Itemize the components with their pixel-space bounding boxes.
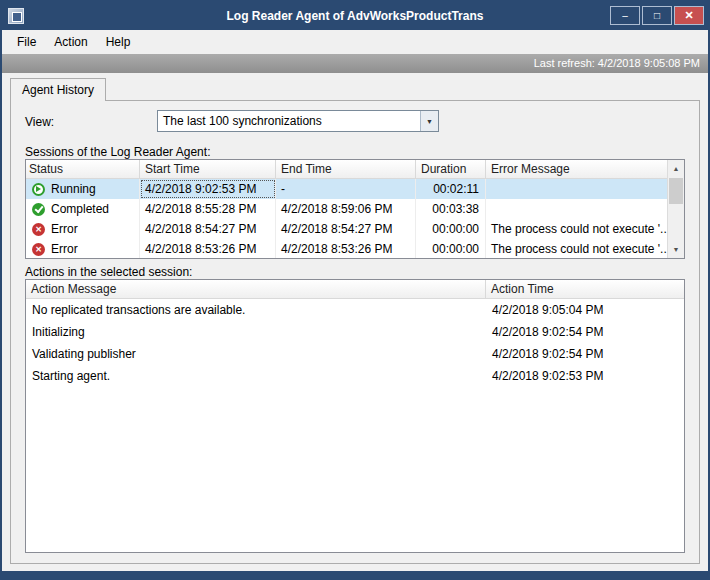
action-message-cell: No replicated transactions are available… [26,299,486,321]
error-icon [32,223,45,236]
duration-cell: 00:03:38 [416,199,486,219]
action-message-cell: Initializing [26,321,486,343]
list-item[interactable]: Validating publisher 4/2/2018 9:02:54 PM [26,343,684,365]
action-message-cell: Validating publisher [26,343,486,365]
status-cell: Error [26,219,140,239]
view-label: View: [25,115,54,129]
actions-list: Action Message Action Time No replicated… [25,279,685,553]
column-header-action-time[interactable]: Action Time [486,280,684,299]
table-row[interactable]: Error 4/2/2018 8:53:26 PM 4/2/2018 8:53:… [26,239,667,259]
column-header-start-time[interactable]: Start Time [140,160,276,179]
menu-action[interactable]: Action [45,32,96,52]
list-item[interactable]: Initializing 4/2/2018 9:02:54 PM [26,321,684,343]
maximize-icon: □ [654,6,660,25]
start-time-cell: 4/2/2018 8:53:26 PM [140,239,276,259]
error-message-cell: The process could not execute '... [486,239,667,259]
action-time-cell: 4/2/2018 9:02:54 PM [486,321,684,343]
maximize-button[interactable]: □ [642,6,672,25]
completed-icon [32,203,45,216]
scrollbar-thumb[interactable] [669,178,683,204]
duration-cell: 00:00:00 [416,219,486,239]
sessions-header-row: Status Start Time End Time Duration Erro… [26,160,667,179]
end-time-cell: 4/2/2018 8:53:26 PM [276,239,416,259]
error-message-cell: The process could not execute '... [486,219,667,239]
window-frame-bottom [2,571,708,578]
table-row[interactable]: Completed 4/2/2018 8:55:28 PM 4/2/2018 8… [26,199,667,219]
error-icon [32,243,45,256]
status-cell: Completed [26,199,140,219]
column-header-error-message[interactable]: Error Message [486,160,667,179]
duration-cell: 00:02:11 [416,179,486,199]
close-button[interactable]: ✕ [674,6,704,25]
agent-history-panel: View: The last 100 synchronizations ▼ Se… [10,100,700,564]
view-dropdown-value: The last 100 synchronizations [158,114,420,128]
status-text: Completed [51,199,109,219]
table-row[interactable]: Running 4/2/2018 9:02:53 PM - 00:02:11 [26,179,667,199]
action-time-cell: 4/2/2018 9:02:53 PM [486,365,684,387]
scroll-down-icon[interactable]: ▼ [668,241,684,258]
action-time-cell: 4/2/2018 9:05:04 PM [486,299,684,321]
title-bar[interactable]: Log Reader Agent of AdvWorksProductTrans… [2,2,708,30]
table-row[interactable]: Error 4/2/2018 8:54:27 PM 4/2/2018 8:54:… [26,219,667,239]
last-refresh-strip: Last refresh: 4/2/2018 9:05:08 PM [2,54,708,73]
status-cell: Error [26,239,140,259]
running-icon [32,183,45,196]
start-time-cell: 4/2/2018 8:54:27 PM [140,219,276,239]
start-time-cell: 4/2/2018 9:02:53 PM [140,179,276,199]
list-item[interactable]: Starting agent. 4/2/2018 9:02:53 PM [26,365,684,387]
end-time-cell: 4/2/2018 8:54:27 PM [276,219,416,239]
sessions-table: Status Start Time End Time Duration Erro… [25,159,685,259]
duration-cell: 00:00:00 [416,239,486,259]
action-message-cell: Starting agent. [26,365,486,387]
sessions-caption: Sessions of the Log Reader Agent: [25,145,210,159]
status-cell: Running [26,179,140,199]
start-time-cell: 4/2/2018 8:55:28 PM [140,199,276,219]
menu-file[interactable]: File [8,32,45,52]
status-text: Error [51,219,78,239]
status-text: Running [51,179,96,199]
scroll-up-icon[interactable]: ▲ [668,160,684,177]
tab-agent-history[interactable]: Agent History [10,78,106,101]
actions-header-row: Action Message Action Time [26,280,684,299]
minimize-button[interactable]: – [610,6,640,25]
menu-help[interactable]: Help [97,32,140,52]
log-reader-agent-window: Log Reader Agent of AdvWorksProductTrans… [0,0,710,580]
vertical-scrollbar[interactable]: ▲ ▼ [667,160,684,258]
status-text: Error [51,239,78,259]
list-item[interactable]: No replicated transactions are available… [26,299,684,321]
end-time-cell: 4/2/2018 8:59:06 PM [276,199,416,219]
chevron-down-icon[interactable]: ▼ [420,111,438,131]
view-dropdown[interactable]: The last 100 synchronizations ▼ [157,110,439,132]
error-message-cell [486,199,667,219]
minimize-icon: – [622,6,628,25]
actions-caption: Actions in the selected session: [25,265,192,279]
column-header-action-message[interactable]: Action Message [26,280,486,299]
column-header-end-time[interactable]: End Time [276,160,416,179]
end-time-cell: - [276,179,416,199]
close-icon: ✕ [684,6,693,25]
window-title: Log Reader Agent of AdvWorksProductTrans [2,2,708,30]
column-header-status[interactable]: Status [26,160,140,179]
column-header-duration[interactable]: Duration [416,160,486,179]
error-message-cell [486,179,667,199]
menu-bar: File Action Help [2,30,708,54]
action-time-cell: 4/2/2018 9:02:54 PM [486,343,684,365]
